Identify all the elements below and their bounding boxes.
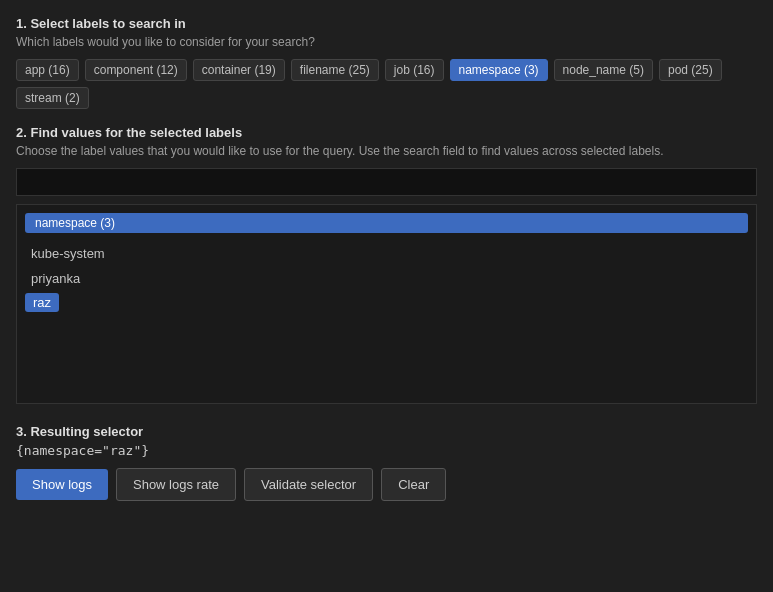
section2-subtitle: Choose the label values that you would l… [16,144,757,158]
values-area: namespace (3) kube-systempriyankaraz [16,204,757,404]
section3: 3. Resulting selector {namespace="raz"} … [16,424,757,501]
label-chip-container[interactable]: container (19) [193,59,285,81]
label-chip-job[interactable]: job (16) [385,59,444,81]
label-chip-pod[interactable]: pod (25) [659,59,722,81]
values-list: kube-systempriyankaraz [25,241,748,312]
section2: 2. Find values for the selected labels C… [16,125,757,404]
section1-title: 1. Select labels to search in [16,16,757,31]
show-logs-button[interactable]: Show logs [16,469,108,500]
clear-button[interactable]: Clear [381,468,446,501]
main-container: 1. Select labels to search in Which labe… [0,0,773,592]
label-chip-app[interactable]: app (16) [16,59,79,81]
section1-subtitle: Which labels would you like to consider … [16,35,757,49]
label-chip-namespace[interactable]: namespace (3) [450,59,548,81]
label-chip-node_name[interactable]: node_name (5) [554,59,653,81]
show-logs-rate-button[interactable]: Show logs rate [116,468,236,501]
namespace-header[interactable]: namespace (3) [25,213,748,233]
value-item-kube-system[interactable]: kube-system [25,241,748,266]
section2-title: 2. Find values for the selected labels [16,125,757,140]
search-input[interactable] [16,168,757,196]
buttons-row: Show logs Show logs rate Validate select… [16,468,757,501]
labels-row: app (16)component (12)container (19)file… [16,59,757,109]
value-item-raz[interactable]: raz [25,293,59,312]
label-chip-component[interactable]: component (12) [85,59,187,81]
label-chip-stream[interactable]: stream (2) [16,87,89,109]
label-chip-filename[interactable]: filename (25) [291,59,379,81]
section1: 1. Select labels to search in Which labe… [16,16,757,125]
section3-title: 3. Resulting selector [16,424,757,439]
value-item-priyanka[interactable]: priyanka [25,266,748,291]
validate-selector-button[interactable]: Validate selector [244,468,373,501]
selector-value: {namespace="raz"} [16,443,757,458]
